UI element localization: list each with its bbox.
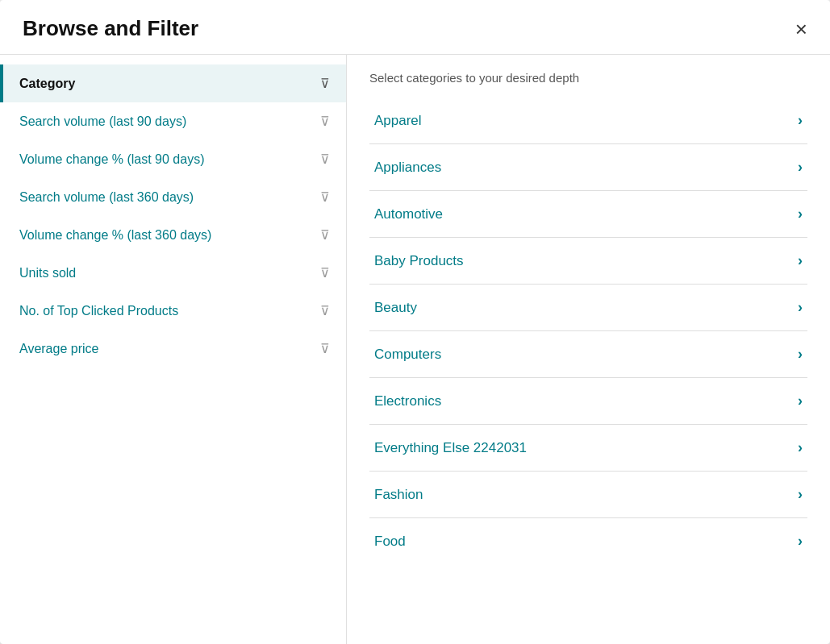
filter-icon-category: ⊽ xyxy=(320,76,330,91)
category-item-baby-products[interactable]: Baby Products› xyxy=(369,238,807,285)
chevron-right-icon-beauty: › xyxy=(798,299,803,316)
filter-icon-search-volume-90: ⊽ xyxy=(320,114,330,129)
filter-icon-volume-change-90: ⊽ xyxy=(320,152,330,167)
right-panel: Select categories to your desired depth … xyxy=(347,55,830,644)
filter-icon-volume-change-360: ⊽ xyxy=(320,227,330,243)
category-item-everything-else[interactable]: Everything Else 2242031› xyxy=(369,425,807,472)
filter-label-average-price: Average price xyxy=(19,342,98,356)
filter-icon-units-sold: ⊽ xyxy=(320,265,330,280)
chevron-right-icon-computers: › xyxy=(798,346,803,363)
filter-label-units-sold: Units sold xyxy=(19,266,76,280)
chevron-right-icon-apparel: › xyxy=(798,112,803,129)
filter-label-category: Category xyxy=(19,77,75,91)
chevron-right-icon-automotive: › xyxy=(798,206,803,222)
modal-header: Browse and Filter × xyxy=(0,0,830,55)
filter-label-volume-change-360: Volume change % (last 360 days) xyxy=(19,228,211,243)
filter-item-volume-change-360[interactable]: Volume change % (last 360 days)⊽ xyxy=(0,216,346,254)
category-item-fashion[interactable]: Fashion› xyxy=(369,472,807,518)
modal-body: Category⊽Search volume (last 90 days)⊽Vo… xyxy=(0,55,830,644)
category-list: Apparel›Appliances›Automotive›Baby Produ… xyxy=(369,98,807,564)
browse-filter-modal: Browse and Filter × Category⊽Search volu… xyxy=(0,0,830,644)
left-panel: Category⊽Search volume (last 90 days)⊽Vo… xyxy=(0,55,347,644)
filter-item-units-sold[interactable]: Units sold⊽ xyxy=(0,254,346,292)
category-item-beauty[interactable]: Beauty› xyxy=(369,285,807,331)
chevron-right-icon-electronics: › xyxy=(798,393,803,409)
modal-title: Browse and Filter xyxy=(23,16,198,41)
chevron-right-icon-appliances: › xyxy=(798,159,803,176)
filter-icon-top-clicked: ⊽ xyxy=(320,303,330,318)
filter-item-volume-change-90[interactable]: Volume change % (last 90 days)⊽ xyxy=(0,140,346,178)
filter-item-search-volume-360[interactable]: Search volume (last 360 days)⊽ xyxy=(0,178,346,216)
category-label-computers: Computers xyxy=(374,347,441,363)
filter-icon-search-volume-360: ⊽ xyxy=(320,189,330,205)
category-label-beauty: Beauty xyxy=(374,300,417,316)
category-item-electronics[interactable]: Electronics› xyxy=(369,378,807,425)
category-label-apparel: Apparel xyxy=(374,113,422,129)
chevron-right-icon-food: › xyxy=(798,533,803,550)
chevron-right-icon-baby-products: › xyxy=(798,252,803,269)
filter-item-average-price[interactable]: Average price⊽ xyxy=(0,330,346,368)
category-item-automotive[interactable]: Automotive› xyxy=(369,191,807,238)
filter-item-category[interactable]: Category⊽ xyxy=(0,64,346,102)
chevron-right-icon-fashion: › xyxy=(798,486,803,503)
category-label-food: Food xyxy=(374,534,406,550)
category-label-electronics: Electronics xyxy=(374,393,441,409)
filter-icon-average-price: ⊽ xyxy=(320,341,330,356)
filter-label-search-volume-90: Search volume (last 90 days) xyxy=(19,114,186,129)
filter-item-search-volume-90[interactable]: Search volume (last 90 days)⊽ xyxy=(0,102,346,140)
filter-item-top-clicked[interactable]: No. of Top Clicked Products⊽ xyxy=(0,292,346,330)
close-button[interactable]: × xyxy=(795,19,807,39)
filter-label-volume-change-90: Volume change % (last 90 days) xyxy=(19,152,204,167)
category-label-automotive: Automotive xyxy=(374,206,443,222)
category-label-baby-products: Baby Products xyxy=(374,253,464,269)
category-item-computers[interactable]: Computers› xyxy=(369,331,807,378)
filter-label-search-volume-360: Search volume (last 360 days) xyxy=(19,190,194,205)
filter-label-top-clicked: No. of Top Clicked Products xyxy=(19,304,178,318)
category-item-appliances[interactable]: Appliances› xyxy=(369,144,807,191)
category-label-fashion: Fashion xyxy=(374,487,423,503)
category-item-apparel[interactable]: Apparel› xyxy=(369,98,807,144)
chevron-right-icon-everything-else: › xyxy=(798,439,803,456)
category-item-food[interactable]: Food› xyxy=(369,518,807,564)
right-panel-hint: Select categories to your desired depth xyxy=(369,71,807,85)
category-label-appliances: Appliances xyxy=(374,160,441,176)
category-label-everything-else: Everything Else 2242031 xyxy=(374,440,527,456)
